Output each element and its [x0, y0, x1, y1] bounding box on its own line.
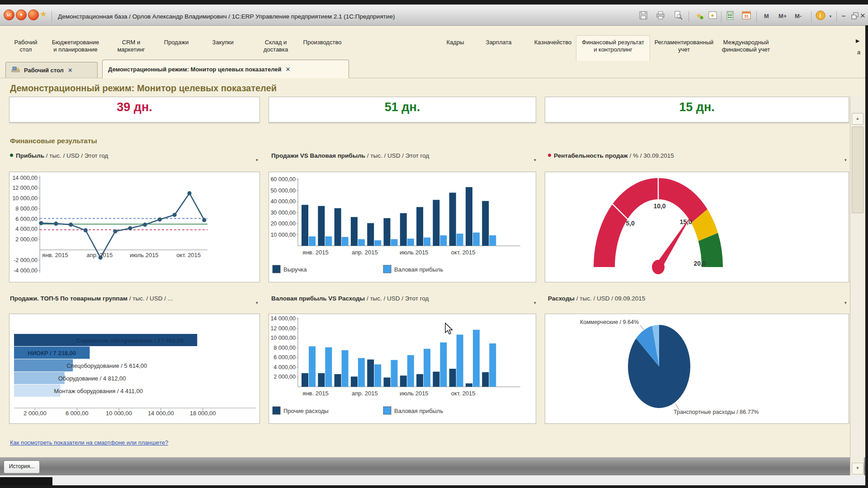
- nav-clipped-item: a: [857, 49, 860, 56]
- svg-text:Транспортные расходы / 86.77%: Транспортные расходы / 86.77%: [674, 409, 759, 415]
- chart-dropdown-icon[interactable]: ▾: [256, 158, 258, 162]
- screen-top-edge: [0, 0, 868, 5]
- status-bullet: [10, 154, 13, 157]
- svg-text:апр. 2015: апр. 2015: [352, 390, 378, 397]
- tab-label: Демонстрационный режим: Монитор целевых …: [108, 66, 281, 73]
- svg-text:14 000,00: 14 000,00: [12, 175, 38, 181]
- svg-text:Выручка: Выручка: [283, 266, 307, 273]
- profit-line-chart[interactable]: 14 000,0012 000,0010 000,008 000,006 000…: [9, 172, 260, 282]
- calendar-icon[interactable]: 31: [741, 10, 751, 20]
- tab-label: Рабочий стол: [24, 67, 64, 74]
- nav-section-item[interactable]: Финансовый результати контроллинг: [576, 35, 650, 61]
- svg-text:5,0: 5,0: [626, 220, 635, 227]
- nav-section-item[interactable]: Закупки: [212, 39, 233, 46]
- tab-close-icon[interactable]: ✕: [68, 67, 73, 74]
- calculator-icon[interactable]: [725, 10, 735, 20]
- margin-gauge-chart[interactable]: 5,010,015,020,0: [545, 172, 849, 282]
- print-icon[interactable]: [656, 10, 665, 20]
- kpi-card[interactable]: 15 дн.: [545, 97, 849, 122]
- app-window: 1С ▼ ★ Демонстрационная база / Орлов Але…: [0, 0, 868, 488]
- svg-text:i: i: [820, 12, 821, 19]
- svg-text:10,0: 10,0: [653, 202, 665, 210]
- svg-text:июль 2015: июль 2015: [130, 252, 159, 258]
- scroll-up-icon[interactable]: ▲: [852, 113, 863, 125]
- svg-text:2 000,00: 2 000,00: [15, 236, 38, 243]
- kpi-card[interactable]: 39 дн.: [9, 97, 260, 122]
- add-favorite-icon[interactable]: ★: [694, 10, 704, 20]
- nav-section-item[interactable]: Регламентированныйучет: [655, 39, 714, 53]
- nav-section-item[interactable]: Бюджетированиеи планирование: [52, 39, 99, 53]
- divider: [52, 11, 52, 22]
- svg-text:20 000,00: 20 000,00: [270, 221, 296, 227]
- window-title: Демонстрационная база / Орлов Александр …: [58, 13, 395, 20]
- chart-dropdown-icon[interactable]: ▾: [534, 158, 536, 162]
- mouse-cursor: [445, 323, 456, 336]
- favorites-window-icon[interactable]: ★: [708, 10, 718, 20]
- svg-text:2 000,00: 2 000,00: [24, 410, 47, 417]
- favorites-star-icon[interactable]: ★: [40, 9, 47, 19]
- nav-section-item[interactable]: Казначейство: [534, 39, 571, 46]
- svg-text:окт. 2015: окт. 2015: [451, 390, 476, 397]
- nav-section-item[interactable]: CRM имаркетинг: [117, 39, 145, 53]
- print-preview-icon[interactable]: [673, 10, 683, 20]
- scroll-down-icon[interactable]: ▼: [852, 463, 863, 474]
- memory-m-button[interactable]: M: [764, 13, 769, 19]
- chart-dropdown-icon[interactable]: ▾: [844, 158, 847, 162]
- svg-text:4 000,00: 4 000,00: [15, 226, 38, 232]
- save-icon[interactable]: [638, 10, 648, 20]
- sections-navbar: ▶ a РабочийстолБюджетированиеи планирова…: [0, 25, 868, 61]
- svg-text:-4 000,00: -4 000,00: [14, 267, 38, 274]
- nav-section-item[interactable]: Производство: [303, 39, 342, 46]
- page-title: Демонстрационный режим: Монитор целевых …: [10, 83, 277, 94]
- svg-text:апр. 2015: апр. 2015: [87, 252, 113, 258]
- history-button[interactable]: История...: [4, 460, 40, 474]
- expenses-pie-chart[interactable]: Коммерческие / 9.64%Транспортные расходы…: [545, 314, 849, 424]
- svg-text:Прочие расходы: Прочие расходы: [283, 408, 329, 414]
- app-menu-button[interactable]: 1С: [4, 9, 14, 20]
- chart-title-margin: Рентабельность продаж / % / 30.09.2015: [548, 152, 674, 159]
- close-button[interactable]: ✕: [860, 12, 866, 20]
- nav-section-item[interactable]: Продажи: [164, 39, 189, 46]
- minimize-button[interactable]: –: [842, 12, 845, 19]
- kpi-card[interactable]: 51 дн.: [269, 97, 536, 122]
- svg-text:апр. 2015: апр. 2015: [352, 249, 378, 256]
- memory-mplus-button[interactable]: M+: [778, 13, 787, 19]
- info-dropdown-icon[interactable]: ▼: [829, 14, 832, 19]
- top5-hbar-chart[interactable]: Сервисное обслуживание / 17 465,00НИОКР …: [9, 314, 260, 424]
- svg-text:4 000,00: 4 000,00: [274, 364, 296, 371]
- info-button[interactable]: i: [816, 10, 826, 20]
- chart-dropdown-icon[interactable]: ▾: [256, 300, 258, 305]
- svg-text:Оборудование / 4 812,00: Оборудование / 4 812,00: [58, 375, 126, 382]
- svg-text:Монтаж оборудования / 4 411,00: Монтаж оборудования / 4 411,00: [54, 388, 143, 394]
- nav-overflow-icon[interactable]: ▶: [856, 38, 859, 44]
- document-tabstrip: Рабочий стол ✕ Демонстрационный режим: М…: [0, 60, 868, 78]
- tab-close-icon[interactable]: ✕: [285, 66, 290, 73]
- svg-text:12 000,00: 12 000,00: [270, 325, 296, 332]
- tab-desktop[interactable]: Рабочий стол ✕: [5, 62, 98, 78]
- tab-monitor[interactable]: Демонстрационный режим: Монитор целевых …: [102, 60, 349, 78]
- sales-vs-gross-bar-chart[interactable]: 10 000,0020 000,0030 000,0040 000,0050 0…: [269, 172, 536, 282]
- nav-section-item[interactable]: Зарплата: [486, 39, 512, 46]
- nav-section-item[interactable]: Международныйфинансовый учет: [722, 39, 770, 53]
- divider: [689, 11, 689, 22]
- nav-section-item[interactable]: Склад идоставка: [264, 39, 288, 53]
- svg-text:Спецоборудование / 5 614,00: Спецоборудование / 5 614,00: [66, 362, 147, 369]
- titlebar-dropdown-button[interactable]: ▼: [16, 9, 27, 20]
- svg-text:Коммерческие / 9.64%: Коммерческие / 9.64%: [580, 319, 639, 325]
- chart-dropdown-icon[interactable]: ▾: [844, 300, 847, 305]
- vertical-scrollbar[interactable]: ▲ ▼: [850, 97, 864, 475]
- svg-text:60 000,00: 60 000,00: [270, 176, 296, 183]
- nav-section-item[interactable]: Кадры: [447, 39, 464, 46]
- titlebar-home-button[interactable]: [28, 9, 39, 20]
- chart-dropdown-icon[interactable]: ▾: [534, 300, 536, 305]
- restore-button[interactable]: [851, 12, 861, 22]
- svg-text:10 000,00: 10 000,00: [106, 410, 132, 417]
- chart-title-sales-vs-gross: Продажи VS Валовая прибыль / тыс. / USD …: [271, 152, 429, 159]
- nav-section-item[interactable]: Рабочийстол: [14, 39, 37, 53]
- svg-text:8 000,00: 8 000,00: [15, 206, 38, 212]
- smartphone-help-link[interactable]: Как посмотреть показатели на смартфоне и…: [10, 439, 168, 446]
- gross-vs-expenses-bar-chart[interactable]: 2 000,004 000,006 000,008 000,0010 000,0…: [269, 314, 536, 424]
- scrollbar-thumb[interactable]: [852, 127, 863, 213]
- kpi-value: 15 дн.: [545, 100, 849, 114]
- memory-mminus-button[interactable]: M-: [795, 13, 802, 19]
